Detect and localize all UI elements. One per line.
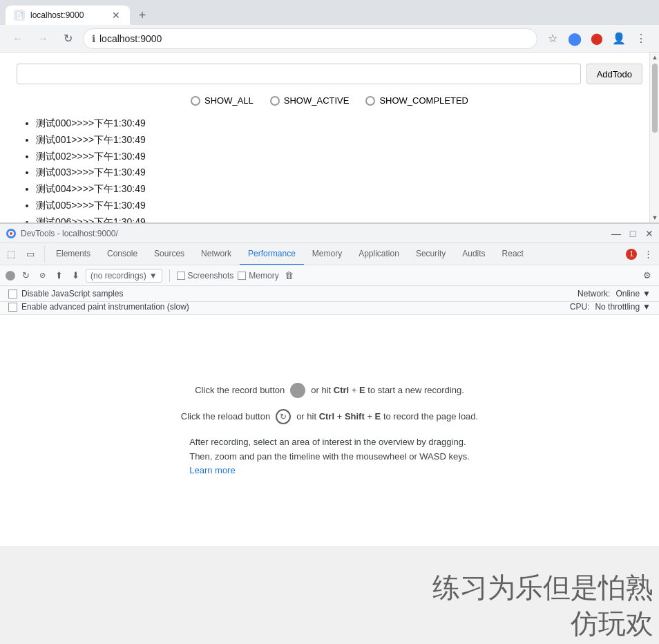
forward-button[interactable]: → [33, 29, 52, 48]
radio-show-active[interactable] [270, 96, 280, 106]
scroll-thumb[interactable] [652, 64, 658, 133]
radio-show-all[interactable] [191, 96, 200, 106]
reload-shortcut-text: or hit Ctrl + Shift + E to record the pa… [296, 411, 478, 422]
learn-more-link[interactable]: Learn more [189, 465, 235, 475]
tab-close-button[interactable]: ✕ [111, 10, 122, 21]
devtools-favicon [6, 228, 17, 239]
tab-security[interactable]: Security [408, 243, 454, 265]
record-shortcut-text: or hit Ctrl + E to start a new recording… [311, 385, 464, 395]
recordings-dropdown[interactable]: (no recordings) ▼ [86, 269, 162, 283]
bookmark-icon[interactable]: ☆ [543, 29, 562, 48]
inspect-element-icon[interactable]: ⬚ [3, 246, 19, 263]
devtools-minimize-button[interactable]: — [612, 229, 620, 238]
cpu-select[interactable]: No throttling ▼ [595, 302, 651, 312]
filter-show-active[interactable]: SHOW_ACTIVE [270, 95, 350, 106]
delete-recordings-button[interactable]: 🗑 [283, 269, 296, 282]
devtools-right-icons: 1 ⋮ [626, 246, 656, 263]
hint-description: After recording, select an area of inter… [189, 435, 470, 478]
tab-performance[interactable]: Performance [240, 243, 304, 265]
tab-application[interactable]: Application [350, 243, 408, 265]
devtools-options-row: Disable JavaScript samples Network: Onli… [0, 286, 659, 302]
scroll-down-arrow[interactable]: ▼ [650, 213, 659, 222]
toolbar-separator [169, 269, 170, 282]
disable-js-option[interactable]: Disable JavaScript samples [8, 289, 123, 299]
download-profile-button[interactable]: ⬇ [69, 269, 82, 282]
tab-network[interactable]: Network [193, 243, 240, 265]
tab-title: localhost:9000 [30, 10, 105, 20]
memory-option[interactable]: Memory [238, 271, 278, 281]
reload-button[interactable]: ↻ [58, 29, 77, 48]
tab-favicon: 📄 [14, 10, 25, 21]
browser-tab[interactable]: 📄 localhost:9000 ✕ [6, 6, 130, 25]
settings-button[interactable]: ⚙ [641, 269, 653, 282]
scroll-up-arrow[interactable]: ▲ [650, 53, 659, 62]
screenshots-checkbox[interactable] [177, 272, 185, 280]
list-item: 测试000>>>>下午1:30:49 [36, 115, 642, 132]
tab-sources[interactable]: Sources [146, 243, 193, 265]
filter-show-all[interactable]: SHOW_ALL [191, 95, 254, 106]
devtools-maximize-button[interactable]: □ [629, 229, 637, 238]
reload-hint-row: Click the reload button ↻ or hit Ctrl + … [181, 409, 478, 424]
add-todo-button[interactable]: AddTodo [586, 64, 642, 84]
devtools-titlebar: DevTools - localhost:9000/ — □ ✕ [0, 224, 659, 243]
tab-memory[interactable]: Memory [304, 243, 350, 265]
devtools-options-row-2: Enable advanced paint instrumentation (s… [0, 302, 659, 315]
filter-row: SHOW_ALL SHOW_ACTIVE SHOW_COMPLETED [17, 95, 642, 106]
device-toggle-icon[interactable]: ▭ [22, 246, 39, 263]
devtools-window-buttons: — □ ✕ [612, 229, 653, 238]
list-item: 测试004>>>>下午1:30:49 [36, 181, 642, 198]
devtools-close-button[interactable]: ✕ [645, 229, 653, 238]
tab-console[interactable]: Console [99, 243, 146, 265]
devtools-tabbar: ⬚ ▭ Elements Console Sources Network Per… [0, 243, 659, 265]
record-hint-row: Click the record button or hit Ctrl + E … [195, 383, 464, 398]
radio-show-completed[interactable] [365, 96, 375, 106]
account-icon[interactable]: 👤 [609, 29, 629, 48]
content-scrollbar[interactable]: ▲ ▼ [649, 53, 659, 222]
list-item: 测试005>>>>下午1:30:49 [36, 198, 642, 214]
browser-content: AddTodo SHOW_ALL SHOW_ACTIVE SHOW_COMPLE… [0, 53, 659, 222]
chrome-icon[interactable]: ⬤ [565, 29, 584, 48]
upload-profile-button[interactable]: ⬆ [52, 269, 65, 282]
devtools-main-content: Click the record button or hit Ctrl + E … [0, 315, 659, 546]
network-dropdown-arrow: ▼ [642, 289, 651, 299]
dropdown-arrow: ▼ [149, 271, 157, 281]
todo-list: 测试000>>>>下午1:30:49 测试001>>>>下午1:30:49 测试… [17, 115, 642, 222]
tab-react[interactable]: React [494, 243, 532, 265]
advanced-paint-option[interactable]: Enable advanced paint instrumentation (s… [8, 302, 189, 312]
network-option: Network: Online ▼ [577, 289, 651, 299]
menu-icon[interactable]: ⋮ [631, 29, 651, 48]
svg-text:📄: 📄 [15, 11, 24, 20]
tab-audits[interactable]: Audits [454, 243, 493, 265]
cpu-option: CPU: No throttling ▼ [570, 302, 651, 312]
todo-input[interactable] [17, 64, 581, 84]
filter-show-completed[interactable]: SHOW_COMPLETED [365, 95, 468, 106]
reload-profiling-button[interactable]: ↻ [19, 269, 32, 282]
disable-js-checkbox[interactable] [8, 290, 17, 299]
devtools-title: DevTools - localhost:9000/ [21, 229, 612, 238]
error-badge: 1 [626, 249, 637, 260]
address-bar[interactable]: ℹ localhost:9000 [83, 28, 537, 49]
list-item: 测试006>>>>下午1:30:49 [36, 214, 642, 222]
network-select[interactable]: Online ▼ [615, 289, 651, 299]
new-tab-button[interactable]: + [133, 6, 152, 25]
reload-circle-icon: ↻ [276, 409, 291, 424]
screenshots-option[interactable]: Screenshots [177, 271, 234, 281]
back-button[interactable]: ← [8, 29, 28, 48]
record-button[interactable] [6, 271, 15, 281]
network-cpu-options: Network: Online ▼ [577, 289, 651, 299]
cpu-option-container: CPU: No throttling ▼ [570, 302, 651, 312]
advanced-paint-checkbox[interactable] [8, 303, 17, 312]
svg-point-4 [10, 232, 12, 235]
devtools-side-icons: ⬚ ▭ [3, 246, 45, 263]
tab-elements[interactable]: Elements [48, 243, 99, 265]
cpu-dropdown-arrow: ▼ [642, 302, 651, 312]
memory-checkbox[interactable] [238, 272, 246, 280]
browser-toolbar-icons: ☆ ⬤ ⬤ 👤 ⋮ [543, 29, 651, 48]
stop-button[interactable]: ⊘ [36, 269, 48, 282]
list-item: 测试001>>>>下午1:30:49 [36, 132, 642, 149]
list-item: 测试002>>>>下午1:30:49 [36, 149, 642, 165]
devtools-more-icon[interactable]: ⋮ [640, 246, 656, 263]
adobe-icon[interactable]: ⬤ [587, 29, 607, 48]
browser-controls: ← → ↻ ℹ localhost:9000 ☆ ⬤ ⬤ 👤 ⋮ [0, 25, 659, 53]
todo-input-row: AddTodo [17, 64, 642, 84]
